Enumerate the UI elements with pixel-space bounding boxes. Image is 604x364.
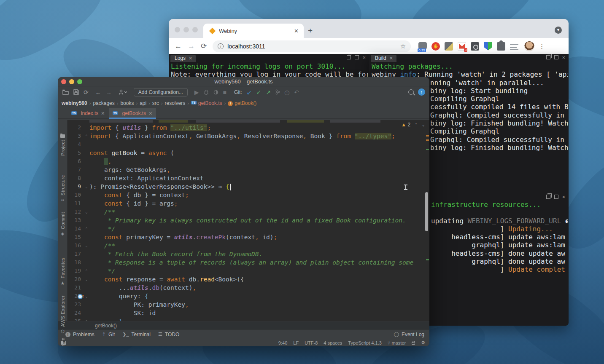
line-number[interactable]: 4 [67, 140, 84, 149]
sidebar-item-favorites[interactable]: Favorites★ [58, 257, 67, 286]
breadcrumb-item[interactable]: src [152, 100, 159, 106]
code-line[interactable]: 4 [67, 140, 429, 149]
tab-getbook-ts[interactable]: TS getBook.ts ✕ [109, 108, 156, 118]
typescript-version[interactable]: TypeScript 4.1.3 [348, 340, 382, 345]
build-window-controls[interactable]: ✕ [546, 55, 565, 59]
close-button[interactable] [61, 79, 66, 84]
logs-terminal-tab[interactable]: Logs✕ [170, 55, 196, 62]
line-number[interactable]: 18 [67, 258, 84, 267]
code-line[interactable]: 20⌄ const response = await db.read<Book>… [67, 275, 429, 284]
code-text[interactable]: ): Promise<ResolverResponse<Book>> ⇒ { [89, 182, 429, 191]
fold-gutter[interactable] [84, 191, 89, 199]
fold-gutter[interactable]: ⌄ [84, 182, 89, 191]
restore-icon[interactable] [546, 55, 550, 59]
code-line[interactable]: 8 context: ApplicationContext [67, 174, 429, 182]
toolwindow-terminal[interactable]: ❯_Terminal [122, 332, 151, 337]
code-line[interactable]: 7 args: GetBookArgs, [67, 166, 429, 174]
bookmark-star-icon[interactable]: ☆ [400, 43, 406, 50]
fold-gutter[interactable] [84, 258, 89, 267]
maximize-icon[interactable] [355, 55, 359, 59]
fold-gutter[interactable]: ⌃ [84, 267, 89, 275]
code-text[interactable]: context: ApplicationContext [89, 174, 429, 182]
line-number[interactable]: 21 [67, 284, 84, 292]
line-number[interactable]: 19 [67, 267, 84, 275]
fold-gutter[interactable] [84, 284, 89, 292]
profile-avatar[interactable] [524, 41, 534, 51]
fold-gutter[interactable] [84, 216, 89, 225]
code-line[interactable]: 15 const primaryKey = utils.createPk(con… [67, 233, 429, 241]
code-line[interactable]: 17 * Fetch the Book record from the Dyna… [67, 250, 429, 258]
code-text[interactable]: SK: id [89, 309, 429, 317]
breadcrumb-item[interactable]: books [120, 100, 134, 106]
close-icon[interactable]: ✕ [562, 195, 565, 199]
run-icon[interactable]: ▶ [194, 89, 199, 96]
code-text[interactable]: */ [89, 267, 429, 275]
code-text[interactable]: /** [89, 208, 429, 216]
open-folder-icon[interactable] [62, 89, 69, 95]
line-number[interactable]: 17 [67, 250, 84, 258]
ide-window-controls[interactable] [61, 79, 82, 84]
history-icon[interactable]: ◷ [284, 89, 289, 96]
maximize-icon[interactable] [554, 195, 558, 199]
breadcrumb-item[interactable]: api [140, 100, 146, 106]
code-text[interactable]: * Primary key is always constructed out … [89, 216, 429, 225]
code-text[interactable]: const { id } = args; [89, 199, 429, 208]
fold-gutter[interactable] [84, 309, 89, 317]
adblock-extension-icon[interactable]: ✋ [431, 42, 440, 51]
sidebar-item-commit[interactable]: Commit◈ [58, 212, 67, 236]
code-text[interactable]: const { db } = context; [89, 191, 429, 199]
browser-menu-icon[interactable]: ⋮ [539, 43, 545, 50]
code-line[interactable]: 22⌄ query: { [67, 292, 429, 300]
code-line[interactable]: 19⌃ */ [67, 267, 429, 275]
fold-gutter[interactable] [84, 300, 89, 309]
line-number[interactable]: 3 [67, 132, 84, 140]
code-line[interactable]: 25⌃ } [67, 317, 429, 321]
warning-mark[interactable] [426, 135, 429, 136]
navigate-forward-icon[interactable]: → [106, 89, 112, 96]
indent-setting[interactable]: 4 spaces [324, 340, 342, 345]
fold-gutter[interactable]: ⌃ [84, 317, 89, 321]
code-line[interactable]: 9⌄): Promise<ResolverResponse<Book>> ⇒ { [67, 182, 429, 191]
fold-gutter[interactable] [84, 140, 89, 149]
code-line[interactable]: 13 * Primary key is always constructed o… [67, 216, 429, 225]
line-number[interactable]: 2 [67, 123, 84, 132]
build-terminal-tab[interactable]: Build✕ [371, 55, 396, 62]
site-info-icon[interactable]: i [218, 43, 224, 49]
caret-position[interactable]: 9:40 [278, 340, 287, 345]
code-line[interactable]: 3⌃import { ApplicationContext, GetBookAr… [67, 132, 429, 140]
mail-extension-icon[interactable]: 3 [458, 42, 466, 51]
add-configuration-button[interactable]: Add Configuration... [134, 88, 188, 96]
code-line[interactable]: 11 const { id } = args; [67, 199, 429, 208]
line-number[interactable]: 12 [67, 208, 84, 216]
fold-gutter[interactable]: ⌄ [84, 241, 89, 250]
fold-gutter[interactable]: ⌄ [84, 292, 89, 300]
code-line[interactable]: 6 _, [67, 157, 429, 166]
tab-close-icon[interactable]: ✕ [293, 28, 299, 34]
code-line[interactable]: 16⌄ /** [67, 241, 429, 250]
line-number[interactable]: 10 [67, 191, 84, 199]
terminal-scrollbar[interactable] [425, 192, 428, 231]
line-number[interactable]: 16 [67, 241, 84, 250]
navigate-back-icon[interactable]: ← [95, 89, 101, 96]
save-icon[interactable] [73, 89, 79, 95]
line-separator[interactable]: LF [293, 340, 299, 345]
restore-icon[interactable] [347, 55, 351, 59]
code-text[interactable]: PK: primaryKey, [89, 300, 429, 309]
fold-gutter[interactable] [84, 149, 89, 157]
line-number[interactable]: 13 [67, 216, 84, 225]
code-text[interactable]: query: { [89, 292, 429, 300]
stop-icon[interactable]: ■ [223, 89, 227, 96]
browser-tab[interactable]: Webiny ✕ [203, 24, 304, 38]
logs-window-controls[interactable]: ✕ [347, 55, 366, 59]
zoom-button[interactable] [192, 27, 198, 32]
toolwindow-git[interactable]: ⇡Git [102, 332, 115, 337]
git-branch[interactable]: ⑂ master [388, 340, 406, 345]
prev-warning-icon[interactable]: ⌃ [414, 123, 418, 127]
code-line-clipped[interactable] [67, 120, 429, 123]
sidebar-item-aws-explorer[interactable]: AWS Explorer⬡ [58, 295, 67, 334]
code-line[interactable]: 23 PK: primaryKey, [67, 300, 429, 309]
toolwindow-todo[interactable]: ☰TODO [158, 332, 179, 337]
readonly-lock-icon[interactable] [412, 342, 415, 345]
tab-index-ts[interactable]: TS index.ts ✕ [67, 108, 109, 118]
code-text[interactable]: import { utils } from "../utils"; [89, 123, 429, 132]
